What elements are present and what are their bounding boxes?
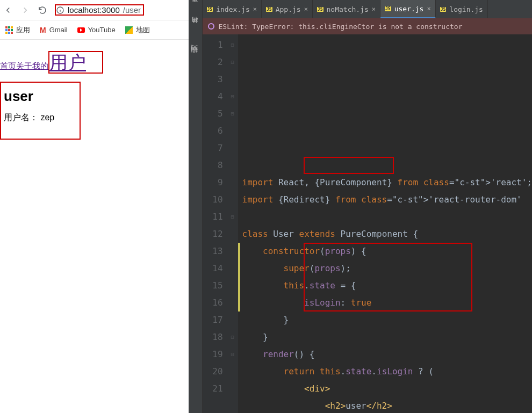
- error-bar[interactable]: ESLint: TypeError: this.cliEngineCtor is…: [203, 18, 532, 34]
- bookmarks-bar: 应用 M Gmail YouTube 地图: [0, 20, 189, 40]
- tab-nomatch[interactable]: JSnoMatch.js×: [313, 0, 380, 18]
- svg-rect-5: [11, 26, 13, 28]
- address-bar[interactable]: localhost:3000/user: [55, 4, 144, 16]
- error-text: ESLint: TypeError: this.cliEngineCtor is…: [219, 23, 463, 31]
- code-content[interactable]: ↑ import React, {PureComponent} from cla…: [238, 34, 532, 413]
- close-icon[interactable]: ×: [253, 5, 257, 13]
- maps-bookmark[interactable]: 地图: [125, 25, 150, 35]
- tab-app[interactable]: JSApp.js×: [262, 0, 313, 18]
- maps-icon: [125, 26, 133, 34]
- rail-structure[interactable]: 结构: [191, 23, 199, 30]
- nav-links: 首页关于我的用户: [0, 50, 189, 75]
- tool-rail: 项目 结构 提交: [189, 0, 203, 413]
- username-line: 用户名： zep: [4, 112, 75, 124]
- svg-rect-11: [11, 32, 13, 34]
- tab-user[interactable]: JSuser.js×: [380, 0, 436, 18]
- user-heading: user: [4, 88, 75, 105]
- svg-rect-4: [8, 26, 10, 28]
- youtube-icon: [77, 27, 85, 33]
- svg-rect-10: [8, 32, 10, 34]
- info-icon: [56, 6, 64, 15]
- apps-label: 应用: [16, 25, 30, 35]
- gmail-icon: M: [40, 26, 46, 34]
- youtube-label: YouTube: [88, 26, 116, 34]
- url-host: localhost:3000: [68, 5, 120, 15]
- tab-login[interactable]: JSlogin.js: [436, 0, 488, 18]
- maps-label: 地图: [136, 25, 150, 35]
- code-area[interactable]: 123456789101112131415161718192021 ⊟⊟⊟⊟⊟⊟…: [203, 34, 532, 413]
- svg-rect-7: [8, 29, 10, 31]
- reload-icon[interactable]: [38, 5, 47, 15]
- gmail-label: Gmail: [49, 26, 68, 34]
- editor-tabs: JSindex.js× JSApp.js× JSnoMatch.js× JSus…: [203, 0, 532, 18]
- back-icon[interactable]: [3, 5, 13, 15]
- close-icon[interactable]: ×: [427, 5, 430, 12]
- gmail-bookmark[interactable]: M Gmail: [40, 26, 68, 34]
- close-icon[interactable]: ×: [372, 5, 376, 13]
- close-icon[interactable]: ×: [304, 5, 308, 13]
- apps-bookmark[interactable]: 应用: [5, 25, 30, 35]
- rail-commit[interactable]: 提交: [191, 45, 199, 59]
- link-mine[interactable]: 我的: [32, 61, 48, 70]
- link-user[interactable]: 用户: [48, 51, 103, 74]
- rail-project[interactable]: 项目: [191, 1, 199, 8]
- apps-icon: [5, 26, 13, 34]
- svg-rect-8: [11, 29, 13, 31]
- svg-rect-3: [5, 26, 8, 28]
- fold-gutter: ⊟⊟⊟⊟⊟⊟⊟: [227, 34, 238, 413]
- svg-rect-9: [5, 32, 8, 34]
- youtube-bookmark[interactable]: YouTube: [77, 26, 116, 34]
- editor-column: JSindex.js× JSApp.js× JSnoMatch.js× JSus…: [203, 0, 532, 413]
- browser-navbar: localhost:3000/user: [0, 0, 189, 20]
- ide-pane: 项目 结构 提交 JSindex.js× JSApp.js× JSnoMatch…: [189, 0, 532, 413]
- page-content: 首页关于我的用户 user 用户名： zep: [0, 40, 189, 140]
- forward-icon[interactable]: [20, 5, 30, 15]
- link-about[interactable]: 关于: [16, 61, 32, 70]
- line-numbers: 123456789101112131415161718192021: [203, 34, 227, 413]
- browser-pane: localhost:3000/user 应用 M Gmail YouTube 地…: [0, 0, 189, 413]
- link-home[interactable]: 首页: [0, 61, 16, 70]
- rendered-output: user 用户名： zep: [0, 82, 81, 140]
- url-path: /user: [123, 5, 141, 15]
- annotation-box: [304, 157, 394, 174]
- eslint-icon: [208, 23, 214, 30]
- tab-index[interactable]: JSindex.js×: [203, 0, 262, 18]
- change-marker: [238, 243, 240, 311]
- svg-rect-6: [5, 29, 8, 31]
